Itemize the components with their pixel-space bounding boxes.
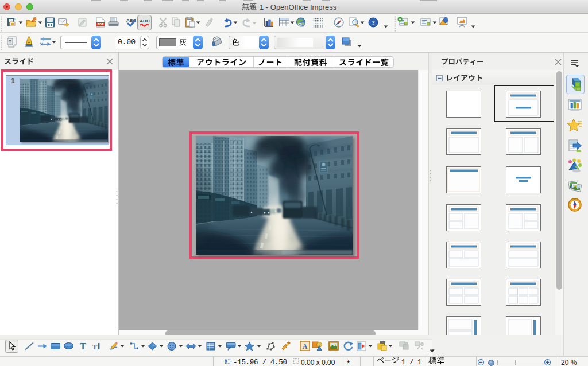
svg-text:T: T [80, 341, 86, 351]
svg-text:N: N [574, 198, 576, 201]
svg-text:PDF: PDF [98, 22, 105, 26]
svg-text:?: ? [372, 19, 375, 26]
svg-text:ABC: ABC [140, 18, 150, 24]
svg-text:T: T [92, 342, 98, 351]
svg-text:A: A [303, 342, 308, 351]
